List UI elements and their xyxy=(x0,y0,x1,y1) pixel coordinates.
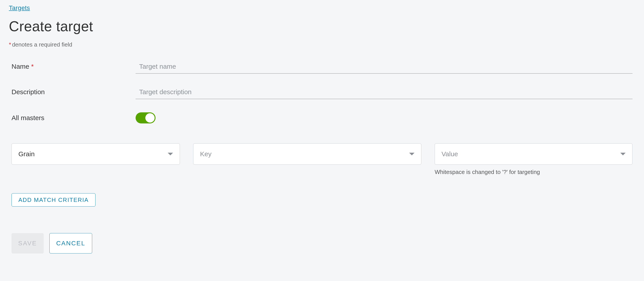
all-masters-label: All masters xyxy=(12,114,136,122)
description-input[interactable] xyxy=(136,87,632,99)
criteria-type-select[interactable]: Grain xyxy=(12,144,180,165)
name-label: Name * xyxy=(12,63,136,70)
criteria-value-placeholder: Value xyxy=(442,150,458,158)
description-row: Description xyxy=(12,87,632,99)
cancel-button[interactable]: CANCEL xyxy=(50,233,92,254)
chevron-down-icon xyxy=(409,153,414,155)
required-field-note: *denotes a required field xyxy=(9,41,635,48)
criteria-type-value: Grain xyxy=(18,150,34,158)
criteria-type-col: Grain xyxy=(12,144,180,176)
name-input-cell xyxy=(136,62,632,74)
criteria-key-select[interactable]: Key xyxy=(193,144,421,165)
description-label: Description xyxy=(12,88,136,96)
criteria-value-helper: Whitespace is changed to '?' for targeti… xyxy=(435,169,632,176)
criteria-key-col: Key xyxy=(193,144,421,176)
criteria-value-select[interactable]: Value xyxy=(435,144,632,165)
required-note-text: denotes a required field xyxy=(12,41,72,48)
all-masters-row: All masters xyxy=(12,112,632,124)
name-label-text: Name xyxy=(12,63,29,70)
all-masters-input-cell xyxy=(136,112,632,124)
criteria-value-col: Value Whitespace is changed to '?' for t… xyxy=(435,144,632,176)
chevron-down-icon xyxy=(620,153,626,155)
required-asterisk-icon: * xyxy=(31,63,34,70)
create-target-page: Targets Create target *denotes a require… xyxy=(0,0,644,267)
add-match-criteria-button[interactable]: ADD MATCH CRITERIA xyxy=(12,193,96,206)
name-row: Name * xyxy=(12,62,632,74)
all-masters-toggle[interactable] xyxy=(136,112,156,124)
target-form: Name * Description All masters xyxy=(9,62,635,254)
description-input-cell xyxy=(136,87,632,99)
toggle-knob-icon xyxy=(145,113,155,122)
criteria-key-placeholder: Key xyxy=(200,150,212,158)
required-asterisk-icon: * xyxy=(9,41,11,48)
page-title: Create target xyxy=(9,18,635,34)
match-criteria-row: Grain Key Value Whitespace is changed to… xyxy=(12,144,632,176)
add-criteria-wrap: ADD MATCH CRITERIA xyxy=(12,193,632,206)
breadcrumb-targets-link[interactable]: Targets xyxy=(9,4,30,11)
name-input[interactable] xyxy=(136,62,632,74)
form-actions: SAVE CANCEL xyxy=(12,233,632,254)
save-button: SAVE xyxy=(12,233,44,254)
chevron-down-icon xyxy=(168,153,173,155)
